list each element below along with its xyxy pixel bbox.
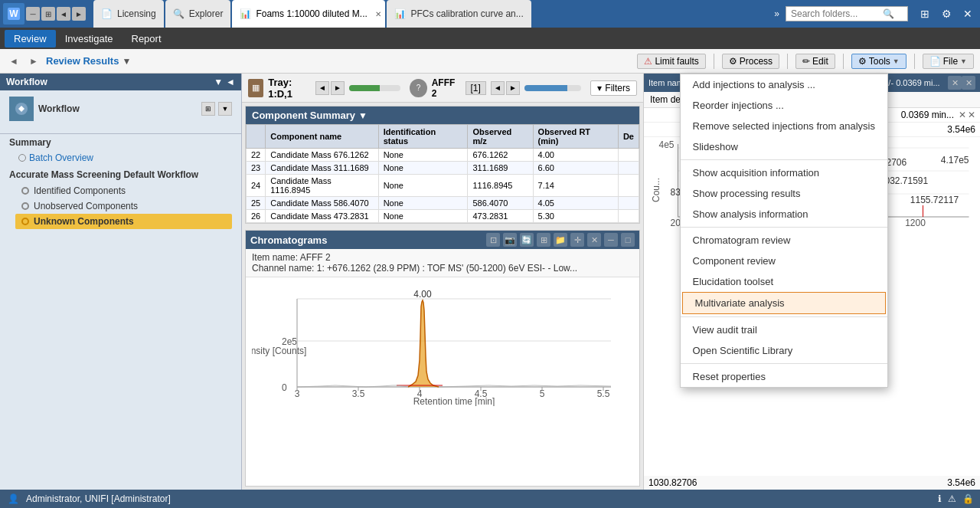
cell-mz: 586.4070 [468, 197, 533, 210]
spec-btn2[interactable]: ✕ [962, 76, 975, 90]
cell-rownum: 23 [247, 162, 266, 175]
tab-licensing[interactable]: 📄 Licensing [93, 0, 164, 28]
nav-identified[interactable]: Identified Components [15, 183, 232, 198]
nav-unknown[interactable]: Unknown Components [15, 214, 232, 229]
chrom-btn1[interactable]: ⊡ [486, 233, 500, 247]
chrom-max[interactable]: □ [621, 233, 635, 247]
status-user-icon: 👤 [6, 492, 20, 506]
tools-dropdown: Add injections to analysis ...Reorder in… [680, 74, 888, 388]
cell-rt: 4.00 [533, 149, 618, 162]
dropdown-item-multivariateanalysis[interactable]: Multivariate analysis [682, 292, 886, 314]
folder-icon: 🔍 [173, 8, 185, 19]
spec-x-icon2[interactable]: ✕ [968, 110, 975, 120]
nav-unobserved[interactable]: Unobserved Components [15, 198, 232, 214]
svg-text:4.00: 4.00 [413, 289, 432, 300]
dropdown-item-slideshow[interactable]: Slideshow [681, 136, 887, 157]
afff-next-btn[interactable]: ► [506, 81, 520, 95]
spec-x-icon[interactable]: ✕ [959, 110, 966, 120]
dropdown-item-reorderinjections...[interactable]: Reorder injections ... [681, 95, 887, 116]
filters-btn[interactable]: ▾ Filters [590, 80, 637, 96]
col-de: De [618, 125, 639, 149]
batch-overview-item[interactable]: Batch Overview [15, 151, 232, 165]
next-btn[interactable]: ► [72, 7, 86, 21]
cell-de [618, 162, 639, 175]
unknown-dot [21, 218, 29, 225]
file-dropdown-arrow: ▼ [960, 57, 967, 65]
dropdown-item-showanalysisinformat[interactable]: Show analysis information [681, 204, 887, 225]
settings-icon[interactable]: ⚙ [937, 5, 956, 23]
tile-btn[interactable]: ⊞ [41, 7, 55, 21]
table-row[interactable]: 22 Candidate Mass 676.1262 None 676.1262… [247, 149, 639, 162]
status-info-icon: ℹ [938, 493, 942, 504]
table-row[interactable]: 23 Candidate Mass 311.1689 None 311.1689… [247, 162, 639, 175]
chrom-btn4[interactable]: ⊞ [537, 233, 550, 247]
limit-faults-btn[interactable]: ⚠ Limit faults [637, 54, 705, 69]
back-nav-btn[interactable]: ◄ [6, 54, 21, 69]
tray-progress [349, 85, 400, 91]
workflow-collapse[interactable]: ◄ [226, 77, 235, 87]
dropdown-sep [681, 159, 887, 160]
chrom-min[interactable]: ─ [604, 233, 618, 247]
dropdown-item-openscientificlibrar[interactable]: Open Scientific Library [681, 340, 887, 361]
tray-progress-fill [349, 85, 380, 91]
chromatogram-panel: Chromatograms ⊡ 📷 🔄 ⊞ 📁 ✛ ✕ ─ □ Item nam… [245, 230, 640, 487]
table-row[interactable]: 25 Candidate Mass 586.4070 None 586.4070… [247, 197, 639, 210]
chrom-btn6[interactable]: ✛ [570, 233, 584, 247]
chrom-close[interactable]: ✕ [587, 233, 601, 247]
edit-btn[interactable]: ✏ Edit [795, 54, 835, 69]
tray-prev-btn[interactable]: ◄ [315, 81, 329, 95]
layout-icon[interactable]: ⊞ [916, 5, 934, 23]
cell-rt: 4.05 [533, 197, 618, 210]
menu-report[interactable]: Report [122, 30, 171, 48]
workflow-header[interactable]: Workflow ▼ ◄ [0, 74, 241, 90]
table-dropdown-icon[interactable]: ▼ [358, 110, 368, 121]
dropdown-item-elucidationtoolset[interactable]: Elucidation toolset [681, 271, 887, 292]
dropdown-item-componentreview[interactable]: Component review [681, 251, 887, 271]
forward-nav-btn[interactable]: ► [26, 54, 41, 69]
intensity-val: 3.54e6 [947, 477, 975, 488]
search-bar[interactable]: 🔍 [786, 6, 908, 21]
dropdown-item-viewaudittrail[interactable]: View audit trail [681, 320, 887, 340]
tray-row: ▦ Tray: 1:D,1 ◄ ► ? AFFF 2 [1] ◄ [242, 74, 643, 103]
menu-review[interactable]: Review [5, 30, 56, 48]
chrom-btn2[interactable]: 📷 [503, 233, 517, 247]
app-icon[interactable]: W [3, 3, 24, 25]
dropdown-item-showprocessingresult[interactable]: Show processing results [681, 183, 887, 204]
table-row[interactable]: 24 Candidate Mass 1116.8945 None 1116.89… [247, 175, 639, 197]
tab-close-foams[interactable]: ✕ [375, 10, 381, 18]
tab-pfcs[interactable]: 📊 PFCs calibration curve an... [387, 0, 531, 28]
svg-text:W: W [9, 8, 18, 19]
dropdown-item-chromatogramreview[interactable]: Chromatogram review [681, 230, 887, 251]
tab-explorer[interactable]: 🔍 Explorer [165, 0, 231, 28]
prev-btn[interactable]: ◄ [57, 7, 70, 21]
close-icon[interactable]: ✕ [959, 5, 977, 23]
file-btn[interactable]: 📄 File ▼ [923, 54, 974, 69]
tools-btn[interactable]: ⚙ Tools ▼ [851, 54, 906, 69]
tab-foams[interactable]: 📊 Foams 1:10000 diluted M... ✕ [232, 0, 385, 28]
menu-investigate[interactable]: Investigate [56, 30, 122, 48]
workflow-label: Workflow [38, 103, 80, 114]
minimize-btn[interactable]: ─ [26, 7, 40, 21]
tab-overflow[interactable]: » [769, 8, 784, 19]
dropdown-item-addinjectionstoanaly[interactable]: Add injections to analysis ... [681, 74, 887, 95]
search-input[interactable] [791, 8, 883, 19]
table-row[interactable]: 26 Candidate Mass 473.2831 None 473.2831… [247, 210, 639, 223]
tools-dropdown-arrow: ▼ [893, 57, 900, 65]
chrom-btn3[interactable]: 🔄 [520, 233, 534, 247]
dropdown-item-resetproperties[interactable]: Reset properties [681, 366, 887, 387]
cell-mz: 311.1689 [468, 162, 533, 175]
tray-next-btn[interactable]: ► [331, 81, 345, 95]
dropdown-item-removeselectedinject[interactable]: Remove selected injections from analysis [681, 116, 887, 136]
spec-btn1[interactable]: ✕ [948, 76, 962, 90]
search-icon: 🔍 [883, 8, 894, 19]
svg-text:1200: 1200 [905, 218, 926, 228]
afff-prev-btn[interactable]: ◄ [491, 81, 505, 95]
dropdown-item-showacquisitioninfor[interactable]: Show acquisition information [681, 162, 887, 183]
breadcrumb-arrow[interactable]: ▼ [122, 56, 131, 67]
table-header-row: Component Summary ▼ [246, 107, 639, 124]
status-warn-icon: ⚠ [948, 493, 956, 504]
wf-ctrl-2[interactable]: ▼ [218, 102, 232, 116]
wf-ctrl-1[interactable]: ⊞ [201, 102, 215, 116]
chrom-btn5[interactable]: 📁 [554, 233, 567, 247]
process-btn[interactable]: ⚙ Process [722, 54, 779, 69]
